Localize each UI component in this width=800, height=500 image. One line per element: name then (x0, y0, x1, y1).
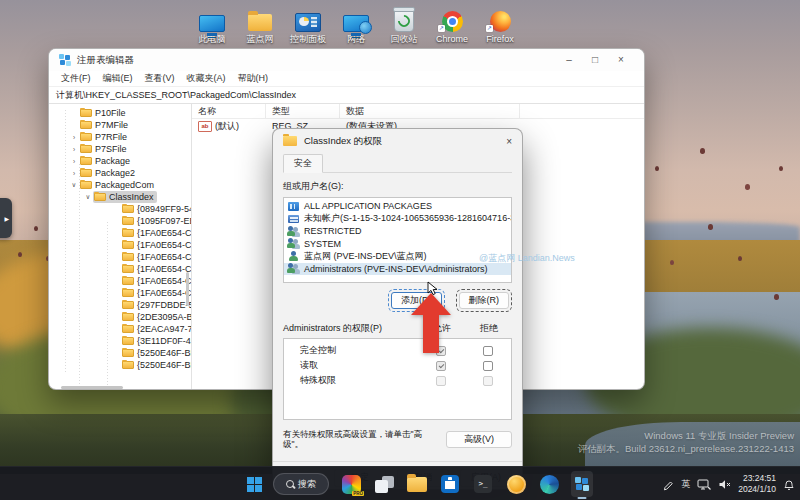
taskbar-edge[interactable] (538, 471, 560, 497)
menu-favorites[interactable]: 收藏夹(A) (181, 72, 232, 85)
taskbar-terminal[interactable]: >_ (472, 471, 494, 497)
tree-item[interactable]: {3E11DF0F-42EE (49, 335, 191, 347)
search-box[interactable]: 搜索 (273, 473, 329, 495)
registry-tree[interactable]: P10File P7MFile ›P7RFile ›P7SFile ›Packa… (49, 104, 192, 390)
menu-view[interactable]: 查看(V) (139, 72, 181, 85)
tree-item-label: Package2 (95, 168, 135, 178)
taskbar-orange-app[interactable] (505, 471, 527, 497)
advanced-button[interactable]: 高级(V) (446, 431, 512, 448)
tree-item-selected[interactable]: ∨ClassIndex (49, 191, 191, 203)
menu-edit[interactable]: 编辑(E) (97, 72, 139, 85)
tree-item[interactable]: {1FA0E654-C9F2 (49, 275, 191, 287)
tray-clock[interactable]: 23:24:51 2024/1/10 (738, 473, 776, 494)
close-icon[interactable]: × (488, 136, 512, 147)
user-row[interactable]: SYSTEM (284, 238, 511, 251)
insider-watermark-line2: 评估副本。Build 23612.ni_prerelease.231222-14… (577, 443, 794, 456)
tree-item[interactable]: ›P7RFile (49, 131, 191, 143)
taskbar-file-explorer[interactable] (406, 471, 428, 497)
deny-checkbox[interactable] (483, 346, 493, 356)
desktop-icon-label: 蓝点网 (234, 34, 286, 44)
expand-icon[interactable]: › (69, 170, 79, 177)
desktop-icon-landian-folder[interactable]: 蓝点网 (234, 5, 286, 44)
user-name: SYSTEM (304, 239, 341, 249)
allow-checkbox[interactable] (436, 361, 446, 371)
tree-item[interactable]: {2EACA947-7F5F (49, 323, 191, 335)
tree-item[interactable]: {1FA0E654-C9F2 (49, 263, 191, 275)
tree-item[interactable]: {1FA0E654-C9F2 (49, 251, 191, 263)
pen-icon[interactable] (662, 478, 674, 491)
tree-item[interactable]: {5250E46F-BB09 (49, 359, 191, 371)
vertical-scrollbar[interactable] (186, 272, 189, 306)
tree-item[interactable]: P10File (49, 107, 191, 119)
tree-item[interactable]: {08949FF9-54D2 (49, 203, 191, 215)
tab-security[interactable]: 安全 (283, 154, 323, 173)
column-data[interactable]: 数据 (340, 104, 520, 118)
tree-item[interactable]: ›P7SFile (49, 143, 191, 155)
user-row[interactable]: 蓝点网 (PVE-INS-DEV\蓝点网) (284, 250, 511, 263)
permission-row: 完全控制 (284, 343, 511, 358)
expand-icon[interactable]: ∨ (83, 193, 93, 201)
tree-item[interactable]: ›Package2 (49, 167, 191, 179)
expand-icon[interactable]: › (69, 146, 79, 153)
menu-help[interactable]: 帮助(H) (232, 72, 275, 85)
red-arrow-shaft (423, 315, 439, 353)
tree-item[interactable]: {1FA0E654-C9F2 (49, 287, 191, 299)
desktop-icon-firefox[interactable]: ↗ Firefox (474, 5, 526, 44)
start-button[interactable] (247, 477, 262, 492)
hot-air-balloon (655, 166, 659, 171)
tree-item-label: {5250E46F-BB09 (137, 348, 192, 358)
tree-item[interactable]: ∨PackagedCom (49, 179, 191, 191)
tree-item[interactable]: P7MFile (49, 119, 191, 131)
deny-checkbox (483, 376, 493, 386)
chevron-right-icon: ▶ (4, 215, 9, 222)
regedit-titlebar[interactable]: 注册表编辑器 – □ × (49, 49, 644, 71)
network-icon[interactable] (697, 478, 711, 491)
tree-item[interactable]: ›Package (49, 155, 191, 167)
edge-panel-handle[interactable]: ▶ (0, 198, 12, 238)
tree-item[interactable]: {1095F097-EB96 (49, 215, 191, 227)
expand-icon[interactable]: › (69, 134, 79, 141)
desktop-icon-recycle-bin[interactable]: 回收站 (378, 5, 430, 44)
speaker-muted-icon[interactable] (718, 478, 731, 491)
permissions-list[interactable]: 完全控制 读取 特殊权限 (283, 338, 512, 420)
menu-file[interactable]: 文件(F) (55, 72, 97, 85)
column-name[interactable]: 名称 (192, 104, 266, 118)
horizontal-scrollbar[interactable] (61, 386, 123, 389)
deny-checkbox[interactable] (483, 361, 493, 371)
tree-item[interactable]: {2DE3095A-B49 (49, 311, 191, 323)
tree-item-label: P7SFile (95, 144, 127, 154)
tree-item[interactable]: {5250E46F-BB09 (49, 347, 191, 359)
minimize-button[interactable]: – (556, 50, 582, 70)
maximize-button[interactable]: □ (582, 50, 608, 70)
folder-icon (122, 241, 134, 249)
notification-bell-icon[interactable] (783, 478, 795, 491)
tree-item[interactable]: {297FDBDE-595 (49, 299, 191, 311)
address-bar[interactable]: 计算机\HKEY_CLASSES_ROOT\PackagedCom\ClassI… (49, 86, 644, 104)
expand-icon[interactable]: ∨ (69, 181, 79, 189)
desktop-icon-this-pc[interactable]: 此电脑 (186, 5, 238, 44)
dialog-titlebar[interactable]: ClassIndex 的权限 × (273, 129, 522, 153)
hot-air-balloon (18, 252, 22, 257)
pro-badge: PRO (352, 491, 364, 496)
user-row[interactable]: ALL APPLICATION PACKAGES (284, 200, 511, 213)
remove-button[interactable]: 删除(R) (459, 292, 510, 309)
ime-indicator[interactable]: 英 (681, 478, 690, 491)
user-list[interactable]: ALL APPLICATION PACKAGES 未知帐户(S-1-15-3-1… (283, 197, 512, 283)
column-type[interactable]: 类型 (266, 104, 340, 118)
folder-icon (122, 289, 134, 297)
user-row[interactable]: RESTRICTED (284, 225, 511, 238)
tree-item[interactable]: {1FA0E654-C9F2 (49, 239, 191, 251)
taskbar-app-pinwheel[interactable]: PRO (340, 471, 362, 497)
taskbar-regedit-active[interactable] (571, 471, 593, 497)
user-row[interactable]: 未知帐户(S-1-15-3-1024-1065365936-1281604716… (284, 213, 511, 226)
tree-item[interactable]: {1FA0E654-C9F2 (49, 227, 191, 239)
desktop-icon-control-panel[interactable]: 控制面板 (282, 5, 334, 44)
taskbar-microsoft-store[interactable] (439, 471, 461, 497)
close-button[interactable]: × (608, 50, 634, 70)
tree-item-label: {3E11DF0F-42EE (137, 336, 192, 346)
expand-icon[interactable]: › (69, 158, 79, 165)
taskbar-task-view[interactable] (373, 471, 395, 497)
desktop-icon-chrome[interactable]: ↗ Chrome (426, 5, 478, 44)
user-row-selected[interactable]: Administrators (PVE-INS-DEV\Administrato… (284, 263, 511, 276)
desktop-icon-network[interactable]: 网络 (330, 5, 382, 44)
